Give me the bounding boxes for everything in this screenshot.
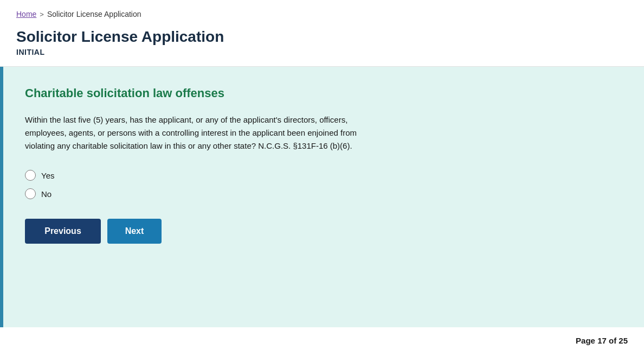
radio-no-label[interactable]: No: [25, 188, 622, 199]
radio-no-text: No: [41, 189, 51, 199]
radio-no-input[interactable]: [25, 188, 36, 199]
page-subtitle: INITIAL: [16, 48, 628, 56]
card-title: Charitable solicitation law offenses: [25, 86, 622, 100]
page-indicator-wrapper: Page 17 of 25: [0, 327, 644, 351]
breadcrumb-current: Solicitor License Application: [47, 10, 141, 18]
breadcrumb-home-link[interactable]: Home: [16, 10, 36, 18]
radio-group: Yes No: [25, 170, 622, 199]
breadcrumb-area: Home > Solicitor License Application: [0, 0, 644, 23]
page-indicator: Page 17 of 25: [576, 336, 628, 345]
title-area: Solicitor License Application INITIAL: [0, 23, 644, 67]
page-title: Solicitor License Application: [16, 28, 628, 46]
radio-yes-label[interactable]: Yes: [25, 170, 622, 181]
button-group: Previous Next: [25, 219, 622, 244]
radio-yes-input[interactable]: [25, 170, 36, 181]
next-button[interactable]: Next: [107, 219, 162, 244]
previous-button[interactable]: Previous: [25, 219, 101, 244]
breadcrumb: Home > Solicitor License Application: [16, 10, 628, 18]
card-question: Within the last five (5) years, has the …: [25, 113, 361, 153]
page-wrapper: Home > Solicitor License Application Sol…: [0, 0, 644, 362]
card-section: Charitable solicitation law offenses Wit…: [3, 67, 644, 327]
main-content: Charitable solicitation law offenses Wit…: [0, 67, 644, 327]
radio-yes-text: Yes: [41, 171, 54, 180]
breadcrumb-separator: >: [40, 10, 44, 18]
